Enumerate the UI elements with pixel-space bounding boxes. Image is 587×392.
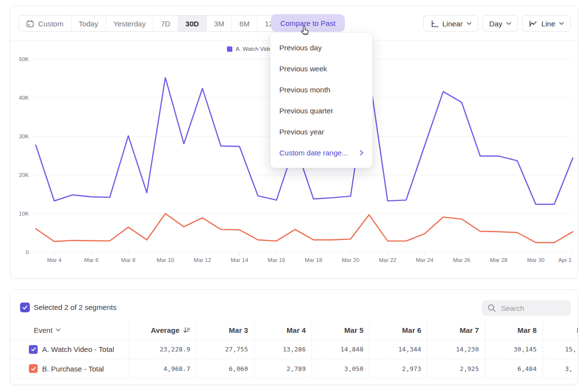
average-value: 23,228.9 [159,346,190,353]
x-axis-tick-label: Mar 28 [490,257,508,263]
day-value: 3, [543,365,573,372]
table-cell: 14,848 [312,339,369,359]
table-cell: 14,230 [427,339,485,359]
checkmark-icon [30,346,37,352]
day-value: 14,344 [398,346,421,353]
table-cell: 27,755 [196,339,254,359]
linear-scale-icon [430,20,438,28]
table-cell-average: 4,968.7 [129,359,196,378]
range-button-label: 6M [239,20,249,28]
table-cell-average: 23,228.9 [129,339,196,359]
table-cell: 3,050 [312,359,369,378]
range-button-label: 3M [214,20,225,28]
checkmark-icon [30,366,37,372]
day-header-label: Mar 4 [287,326,306,334]
table-cell: 6,060 [196,359,254,378]
column-header-event[interactable]: Event [10,321,129,339]
range-button-yesterday[interactable]: Yesterday [106,16,154,31]
menu-item-previous-quarter[interactable]: Previous quarter [271,100,372,121]
column-header-mar-4: Mar 4 [254,321,312,339]
segments-table: EventAverageMar 3Mar 4Mar 5Mar 6Mar 7Mar… [10,321,578,378]
column-header-mar-6: Mar 6 [369,321,427,339]
interval-dropdown-button[interactable]: Day [482,15,518,32]
chart-type-dropdown-button[interactable]: Line [522,15,571,32]
day-value: 2,925 [460,365,479,372]
x-axis-tick-label: Mar 30 [527,257,544,263]
average-header-label: Average [151,326,180,334]
range-button-7d[interactable]: 7D [154,16,178,31]
menu-item-previous-month[interactable]: Previous month [271,79,372,100]
day-value: 2,973 [402,365,421,372]
table-cell: 6,484 [485,359,542,378]
column-header-mar-3: Mar 3 [196,321,254,339]
range-button-3m[interactable]: 3M [207,16,232,31]
day-value: 14,848 [340,346,363,353]
menu-item-custom-date-range[interactable]: Custom date range... [271,142,372,163]
day-header-label: Mar 3 [229,326,248,334]
x-axis-tick-label: Mar 8 [121,257,135,263]
checkmark-icon [22,304,28,311]
segment-label: B. Purchase - Total [42,365,104,373]
chevron-down-icon [506,22,511,25]
day-value: 13,286 [283,346,306,353]
day-header-label: Mar 8 [518,326,537,334]
chevron-down-icon [467,22,472,25]
range-button-today[interactable]: Today [71,16,106,31]
scale-dropdown-button[interactable]: Linear [423,15,478,32]
range-button-30d[interactable]: 30D [178,16,207,31]
chevron-down-icon [56,328,61,332]
range-button-label: Yesterday [113,20,146,28]
column-header-mar-7: Mar 7 [427,321,485,339]
analytics-dashboard: CustomTodayYesterday7D30D3M6M12M Compare… [0,0,587,392]
y-axis-tick-label: 40K [19,95,29,101]
x-axis-tick-label: Mar 6 [84,257,98,263]
segment-checkbox[interactable] [29,345,38,354]
interval-dropdown-label: Day [489,20,502,28]
segments-search-box [482,300,571,316]
y-axis-tick-label: 0 [26,249,29,255]
search-input[interactable] [497,304,571,312]
day-value: 2,789 [287,365,306,372]
y-axis-tick-label: 10K [19,211,29,217]
y-axis-tick-label: 30K [19,133,29,139]
day-value: 27,755 [225,346,248,353]
range-button-custom[interactable]: Custom [19,16,71,31]
menu-item-previous-week[interactable]: Previous week [271,58,372,79]
y-axis-tick-label: 20K [19,172,29,178]
scale-dropdown-label: Linear [442,20,463,28]
column-header-mar-5: Mar 5 [312,321,369,339]
range-button-label: Today [79,20,98,28]
range-button-label: Custom [38,20,64,28]
y-axis-tick-label: 50K [19,56,29,62]
x-axis-tick-label: Mar 14 [231,257,248,263]
x-axis-tick-label: Mar 10 [157,257,174,263]
search-icon [487,304,497,313]
segment-checkbox[interactable] [29,364,38,373]
menu-item-label: Custom date range... [279,149,348,157]
day-value: 30,145 [514,346,537,353]
compare-to-past-button[interactable]: Compare to Past [271,14,345,32]
range-button-6m[interactable]: 6M [232,16,257,31]
menu-item-previous-day[interactable]: Previous day [271,37,372,58]
calendar-icon [26,20,34,28]
table-cell: 13,286 [254,339,312,359]
date-range-segmented-control: CustomTodayYesterday7D30D3M6M12M [18,15,287,32]
table-cell: 2,789 [254,359,312,378]
table-cell-clipped: 3, [542,359,578,378]
day-header-label: Mar 7 [460,326,479,334]
column-header-average[interactable]: Average [129,321,196,339]
line-chart-icon [529,20,538,28]
x-axis-tick-label: Mar 4 [47,257,62,263]
x-axis-tick-label: Mar 24 [416,257,433,263]
select-all-segments-checkbox[interactable] [20,303,30,312]
column-header-mar-8: Mar 8 [485,321,542,339]
table-cell: 2,925 [427,359,485,378]
menu-item-previous-year[interactable]: Previous year [271,121,372,142]
day-header-label: Mar 5 [344,326,363,334]
x-axis-tick-label: Mar 20 [342,257,360,263]
chart-controls: Linear Day Line [423,15,571,32]
range-button-label: 7D [161,20,170,28]
table-cell-clipped: 15, [542,339,578,359]
chart-type-dropdown-label: Line [542,20,555,28]
day-header-label: M [543,326,578,334]
